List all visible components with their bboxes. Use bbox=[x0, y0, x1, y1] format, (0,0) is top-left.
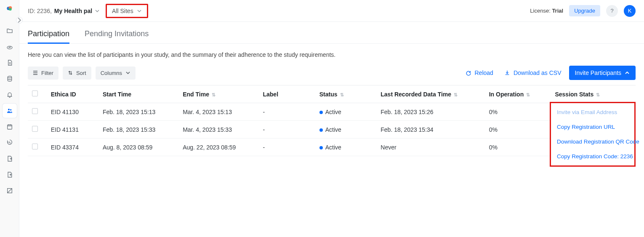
download-qr-option[interactable]: Download Registration QR Code bbox=[551, 134, 634, 149]
cell-eid: EID 43374 bbox=[47, 138, 98, 156]
cell-last: Never bbox=[376, 138, 484, 156]
cell-start: Feb. 18, 2023 15:33 bbox=[98, 121, 178, 138]
topbar: ID: 2236, My Health pal All Sites Licens… bbox=[19, 0, 644, 22]
chevron-down-icon bbox=[95, 8, 100, 13]
history-icon[interactable] bbox=[3, 136, 17, 150]
cell-last: Feb. 18, 2023 15:26 bbox=[376, 103, 484, 121]
tabs: Participation Pending Invitations bbox=[19, 22, 644, 44]
bell-icon[interactable] bbox=[3, 88, 17, 102]
copy-registration-url-option[interactable]: Copy Registration URL bbox=[551, 120, 634, 134]
sort-icon bbox=[68, 70, 73, 75]
columns-button[interactable]: Columns bbox=[96, 67, 136, 80]
sidebar bbox=[0, 0, 19, 237]
cell-status: Active bbox=[315, 121, 377, 138]
upgrade-button[interactable]: Upgrade bbox=[569, 5, 600, 16]
cell-eid: EID 41131 bbox=[47, 121, 98, 138]
cell-status: Active bbox=[315, 138, 377, 156]
table-row[interactable]: EID 43374Aug. 8, 2023 08:59Aug. 22, 2023… bbox=[28, 138, 636, 156]
col-session-stats[interactable]: Session Stats⇅ bbox=[551, 85, 636, 103]
database-icon[interactable] bbox=[3, 72, 17, 86]
participants-table: Ethica ID Start Time End Time⇅ Label Sta… bbox=[28, 85, 636, 156]
cell-end: Mar. 4, 2023 15:33 bbox=[178, 121, 258, 138]
sort-icon: ⇅ bbox=[340, 92, 344, 97]
help-button[interactable]: ? bbox=[606, 5, 618, 17]
cell-last: Feb. 18, 2023 15:34 bbox=[376, 121, 484, 138]
download-icon bbox=[504, 70, 510, 76]
svg-point-2 bbox=[9, 8, 12, 11]
invite-dropdown: Invite via Email Address Copy Registrati… bbox=[550, 102, 636, 167]
status-dot bbox=[319, 128, 323, 132]
analytics-icon[interactable] bbox=[3, 184, 17, 198]
folder-icon[interactable] bbox=[3, 24, 17, 38]
sidebar-expand-button[interactable] bbox=[16, 17, 23, 24]
cell-label: - bbox=[258, 138, 315, 156]
copy-registration-code-option[interactable]: Copy Registration Code: 2236 bbox=[551, 149, 634, 164]
sort-icon: ⇅ bbox=[454, 92, 458, 97]
status-dot bbox=[319, 111, 323, 114]
cell-op: 0% bbox=[485, 138, 551, 156]
reload-icon bbox=[466, 70, 471, 76]
filter-button[interactable]: Filter bbox=[28, 67, 59, 80]
col-ethica-id[interactable]: Ethica ID bbox=[47, 85, 98, 103]
chevron-up-icon bbox=[625, 70, 630, 75]
col-status[interactable]: Status⇅ bbox=[315, 85, 377, 103]
col-label[interactable]: Label bbox=[258, 85, 315, 103]
main-area: ID: 2236, My Health pal All Sites Licens… bbox=[19, 0, 644, 237]
study-selector[interactable]: ID: 2236, My Health pal bbox=[28, 8, 100, 14]
tab-participation[interactable]: Participation bbox=[28, 29, 69, 43]
cell-end: Mar. 4, 2023 15:13 bbox=[178, 103, 258, 121]
chevron-down-icon bbox=[125, 70, 130, 75]
svg-point-6 bbox=[10, 109, 11, 110]
download-csv-button[interactable]: Download as CSV bbox=[501, 67, 565, 79]
cell-label: - bbox=[258, 103, 315, 121]
col-end-time[interactable]: End Time⇅ bbox=[178, 85, 258, 103]
cell-op: 0% bbox=[485, 103, 551, 121]
table-container: Invite via Email Address Copy Registrati… bbox=[19, 85, 644, 156]
cell-status: Active bbox=[315, 103, 377, 121]
study-id: ID: 2236, bbox=[28, 8, 52, 14]
table-toolbar: Filter Sort Columns Reload Download as C… bbox=[19, 66, 644, 85]
svg-point-5 bbox=[8, 109, 10, 110]
status-dot bbox=[319, 146, 323, 149]
cell-start: Aug. 8, 2023 08:59 bbox=[98, 138, 178, 156]
reload-button[interactable]: Reload bbox=[462, 67, 497, 79]
page-description: Here you can view the list of participan… bbox=[19, 44, 644, 66]
calendar-icon[interactable] bbox=[3, 120, 17, 134]
row-checkbox[interactable] bbox=[32, 108, 38, 114]
col-last-recorded[interactable]: Last Recorded Data Time⇅ bbox=[376, 85, 484, 103]
col-in-operation[interactable]: In Operation⇅ bbox=[485, 85, 551, 103]
app-logo bbox=[4, 3, 16, 14]
svg-point-4 bbox=[8, 76, 11, 78]
cell-label: - bbox=[258, 121, 315, 138]
cell-start: Feb. 18, 2023 15:13 bbox=[98, 103, 178, 121]
sort-icon: ⇅ bbox=[526, 92, 530, 97]
import-icon[interactable] bbox=[3, 168, 17, 182]
export-icon[interactable] bbox=[3, 152, 17, 166]
col-start-time[interactable]: Start Time bbox=[98, 85, 178, 103]
sites-selector[interactable]: All Sites bbox=[106, 4, 148, 18]
filter-icon bbox=[33, 70, 38, 75]
participants-icon[interactable] bbox=[3, 104, 17, 118]
study-name: My Health pal bbox=[54, 8, 92, 14]
dashboard-icon[interactable] bbox=[3, 40, 17, 54]
tab-pending-invitations[interactable]: Pending Invitations bbox=[85, 29, 149, 43]
table-row[interactable]: EID 41131Feb. 18, 2023 15:33Mar. 4, 2023… bbox=[28, 121, 636, 138]
document-icon[interactable] bbox=[3, 56, 17, 70]
invite-email-option[interactable]: Invite via Email Address bbox=[551, 105, 634, 120]
select-all-checkbox[interactable] bbox=[32, 91, 38, 96]
sort-icon: ⇅ bbox=[596, 92, 600, 97]
sort-button[interactable]: Sort bbox=[63, 67, 91, 80]
row-checkbox[interactable] bbox=[32, 144, 38, 149]
table-row[interactable]: EID 41130Feb. 18, 2023 15:13Mar. 4, 2023… bbox=[28, 103, 636, 121]
invite-participants-button[interactable]: Invite Participants bbox=[569, 66, 636, 80]
user-avatar[interactable]: K bbox=[624, 5, 636, 17]
svg-rect-7 bbox=[7, 125, 12, 129]
cell-op: 0% bbox=[485, 121, 551, 138]
row-checkbox[interactable] bbox=[32, 126, 38, 132]
cell-eid: EID 41130 bbox=[47, 103, 98, 121]
sites-label: All Sites bbox=[112, 8, 133, 14]
sort-icon: ⇅ bbox=[212, 92, 216, 97]
chevron-down-icon bbox=[137, 8, 142, 13]
cell-end: Aug. 22, 2023 08:59 bbox=[178, 138, 258, 156]
license-info: License: Trial bbox=[530, 8, 563, 14]
